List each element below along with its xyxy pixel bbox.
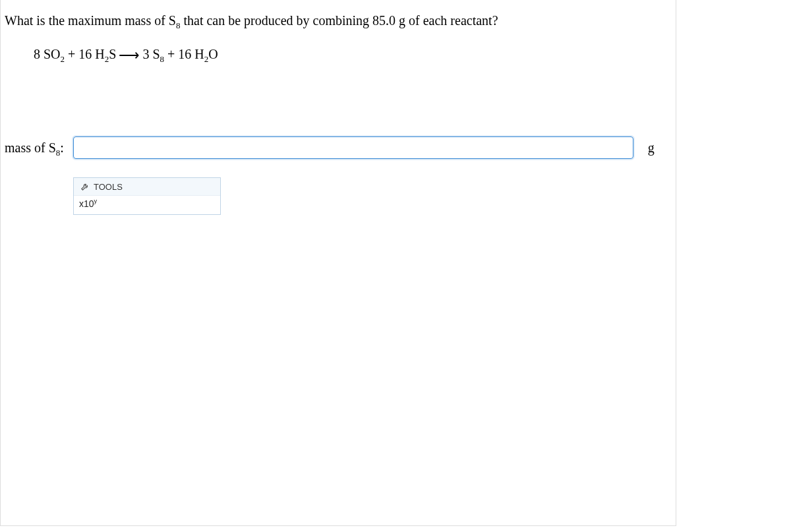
reaction-equation: 8 SO2 + 16 H2S ⟶ 3 S8 + 16 H2O	[1, 35, 676, 77]
plus-2: +	[164, 47, 178, 61]
coef-3: 3	[142, 47, 149, 61]
plus-1: +	[65, 47, 78, 61]
tools-header-label: TOOLS	[94, 182, 123, 192]
question-suffix: that can be produced by combining 85.0 g…	[180, 13, 498, 28]
sci-btn-base: x10	[79, 198, 94, 209]
coef-4: 16	[178, 47, 191, 61]
question-panel: What is the maximum mass of S8 that can …	[0, 0, 676, 526]
reactant-1: SO	[44, 47, 61, 61]
coef-2: 16	[78, 47, 92, 61]
input-label: mass of S8:	[5, 140, 64, 156]
unit-label: g	[648, 140, 655, 156]
reactant-2a: H	[95, 47, 104, 61]
product-2a: H	[194, 47, 204, 61]
answer-input[interactable]	[73, 136, 633, 159]
product-2b: O	[208, 47, 218, 61]
sci-btn-sup: y	[94, 198, 98, 205]
tools-panel: TOOLS x10y	[73, 177, 221, 215]
input-label-suffix: :	[60, 140, 64, 155]
input-label-prefix: mass of S	[5, 140, 56, 155]
wrench-icon	[80, 182, 90, 191]
reaction-arrow-icon: ⟶	[119, 47, 140, 64]
answer-row: mass of S8: g	[1, 136, 676, 159]
question-text: What is the maximum mass of S8 that can …	[1, 0, 676, 35]
question-prefix: What is the maximum mass of S	[5, 13, 176, 28]
coef-1: 8	[34, 47, 40, 61]
scientific-notation-button[interactable]: x10y	[74, 196, 220, 214]
reactant-2b: S	[109, 47, 116, 61]
tools-header: TOOLS	[74, 178, 220, 196]
product-1: S	[152, 47, 160, 61]
